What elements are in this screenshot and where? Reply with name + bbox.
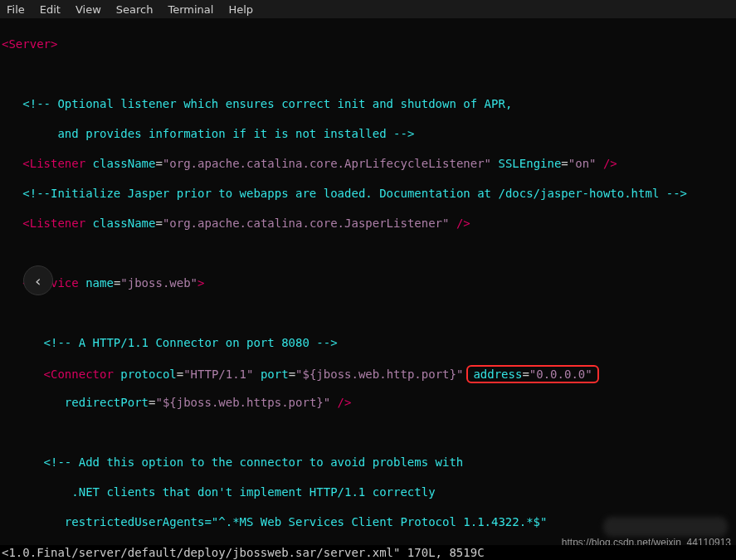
val-jasper-listener: "org.apache.catalina.core.JasperListener… — [163, 217, 450, 230]
attr-classname-2: className — [93, 217, 156, 230]
menu-file[interactable]: File — [7, 3, 25, 16]
menu-bar[interactable]: File Edit View Search Terminal Help — [0, 0, 736, 18]
watermark-blur — [603, 517, 728, 537]
menu-view[interactable]: View — [76, 3, 101, 16]
val-address-1: "0.0.0.0" — [529, 368, 592, 381]
listener-tag-2: <Listener — [22, 217, 85, 230]
comment-apr-1: <!-- Optional listener which ensures cor… — [22, 97, 512, 110]
comment-opt-2: .NET clients that don't implement HTTP/1… — [44, 485, 436, 499]
comment-http: <!-- A HTTP/1.1 Connector on port 8080 -… — [44, 336, 338, 349]
nav-back-button[interactable]: ‹ — [23, 265, 53, 295]
comment-opt-3: restrictedUserAgents="^.*MS Web Services… — [44, 515, 548, 528]
val-http-port: "${jboss.web.http.port}" — [295, 368, 463, 381]
conn1-close: /> — [338, 396, 352, 409]
val-apr-listener: "org.apache.catalina.core.AprLifecycleLi… — [163, 157, 491, 170]
attr-redirectport-1: redirectPort — [65, 396, 149, 409]
menu-search[interactable]: Search — [116, 3, 154, 16]
comment-apr-2: and provides information if it is not in… — [22, 127, 414, 140]
attr-sslengine: SSLEngine — [498, 157, 561, 170]
tag-close-2: /> — [456, 217, 470, 230]
menu-terminal[interactable]: Terminal — [168, 3, 213, 16]
menu-edit[interactable]: Edit — [40, 3, 61, 16]
chevron-left-icon: ‹ — [34, 272, 43, 290]
tag-close: /> — [603, 157, 617, 170]
menu-help[interactable]: Help — [228, 3, 253, 16]
comment-opt-1: <!-- Add this option to the connector to… — [44, 455, 464, 469]
server-tag: <Server> — [2, 37, 57, 51]
val-https-port-1: "${jboss.web.https.port}" — [155, 396, 330, 409]
listener-tag-1: <Listener — [22, 157, 85, 170]
attr-protocol-1: protocol — [120, 368, 176, 381]
comment-jasper: <!--Initialize Jasper prior to webapps a… — [22, 187, 687, 200]
highlight-box-1: address="0.0.0.0" — [466, 365, 598, 383]
attr-classname: className — [93, 157, 156, 170]
attr-port-1: port — [261, 368, 289, 381]
terminal-area[interactable]: <Server> <!-- Optional listener which en… — [0, 18, 736, 560]
attr-address-1: address — [473, 368, 522, 381]
val-on: "on" — [568, 157, 597, 170]
service-gt: > — [197, 276, 204, 290]
attr-service-name: name — [85, 276, 114, 290]
val-http11: "HTTP/1.1" — [183, 368, 253, 381]
connector-tag-1: <Connector — [44, 368, 114, 381]
val-jboss-web: "jboss.web" — [120, 276, 197, 290]
vim-status-line: <1.0.Final/server/default/deploy/jbosswe… — [0, 545, 736, 560]
